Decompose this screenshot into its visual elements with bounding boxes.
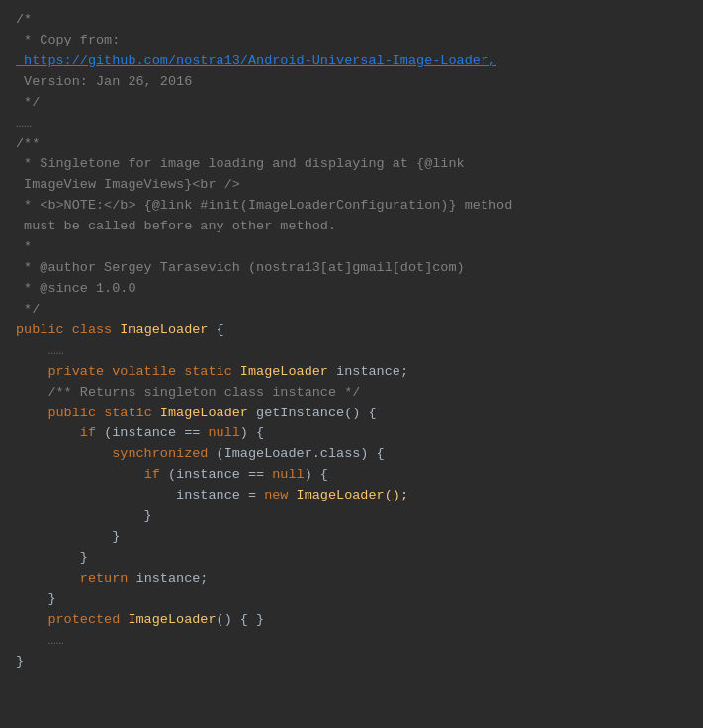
code-line: …… [16,631,687,652]
code-line: return instance; [16,569,687,590]
code-line: https://github.com/nostra13/Android-Univ… [16,51,687,72]
code-token: https://github.com/nostra13/Android-Univ… [16,53,496,68]
code-token: volatile [112,364,184,379]
code-token: ImageView ImageViews}<br /> [16,177,240,192]
code-token: if [80,425,104,440]
code-token: * [16,239,32,254]
code-token: /** [16,136,40,151]
code-token: must be called before any other method. [16,219,336,233]
code-line: Version: Jan 26, 2016 [16,72,687,93]
code-line: * @author Sergey Tarasevich (nostra13[at… [16,258,687,279]
code-token: { [208,322,223,337]
code-token: ImageLoader [240,364,336,379]
code-token [16,467,144,482]
code-line: /** [16,135,687,155]
code-line: * [16,237,687,258]
code-line: ImageView ImageViews}<br /> [16,175,687,196]
code-token: (instance == [104,425,208,440]
code-token: ImageLoader(); [297,488,408,502]
code-line: synchronized (ImageLoader.class) { [16,444,687,465]
code-line: } [16,590,687,610]
code-token [16,571,80,586]
code-token: null [208,425,239,440]
code-line: } [16,548,687,569]
code-token [16,364,47,379]
code-line: */ [16,93,687,114]
code-line: * Copy from: [16,31,687,51]
code-token: Version: Jan 26, 2016 [16,74,192,89]
code-token: ImageLoader [120,322,208,337]
code-token: instance; [336,364,408,379]
code-token: */ [16,302,40,317]
code-token: ) { [305,467,328,482]
code-token: * @author Sergey Tarasevich (nostra13[at… [16,260,465,275]
code-token: } [16,654,24,669]
code-line: /* [16,10,687,31]
code-token [16,385,47,400]
code-line: * Singletone for image loading and displ… [16,154,687,175]
code-token: */ [16,95,40,110]
code-line: } [16,506,687,527]
code-token [16,406,47,420]
code-token: …… [16,116,32,131]
code-token: instance = [176,488,264,502]
code-line: public class ImageLoader { [16,320,687,341]
code-token: public [47,406,104,420]
code-token [16,446,112,461]
code-token: …… [16,343,64,358]
code-line: instance = new ImageLoader(); [16,486,687,506]
code-token: return [80,571,136,586]
code-token: protected [47,612,128,627]
code-token: synchronized [112,446,216,461]
code-token: static [184,364,240,379]
code-line: /** Returns singleton class instance */ [16,383,687,404]
code-line: public static ImageLoader getInstance() … [16,404,687,424]
code-line: …… [16,341,687,362]
code-token: null [272,467,304,482]
code-token: ImageLoader [128,612,216,627]
code-token: () { } [217,612,265,627]
code-token: * <b>NOTE:</b> {@link #init(ImageLoaderC… [16,198,512,213]
code-token: new [264,488,296,502]
code-line: …… [16,114,687,135]
code-token: class [72,322,121,337]
code-line: must be called before any other method. [16,217,687,237]
code-line: if (instance == null) { [16,465,687,486]
code-token: ImageLoader [160,406,256,420]
code-token: static [104,406,160,420]
code-line: if (instance == null) { [16,423,687,444]
code-container: /* * Copy from: https://github.com/nostr… [0,0,703,728]
code-token [16,488,176,502]
code-line: } [16,652,687,673]
code-token: getInstance() { [256,406,377,420]
code-line: } [16,527,687,548]
code-line: private volatile static ImageLoader inst… [16,362,687,383]
code-token: * Singletone for image loading and displ… [16,156,465,171]
code-token: private [47,364,112,379]
code-token: /** Returns singleton class instance */ [47,385,360,400]
code-token: } [16,592,56,606]
code-token: } [16,529,120,544]
code-token: instance; [136,571,209,586]
code-token [16,425,80,440]
code-token: } [16,550,88,565]
code-token: * Copy from: [16,33,120,47]
code-token: …… [16,633,64,648]
code-token: } [16,508,152,523]
code-line: */ [16,300,687,320]
code-token: if [144,467,168,482]
code-token [16,612,47,627]
code-token: ) { [240,425,264,440]
code-line: * @since 1.0.0 [16,279,687,300]
code-token: public [16,322,72,337]
code-token: (ImageLoader.class) { [217,446,385,461]
code-token: /* [16,12,32,27]
code-line: protected ImageLoader() { } [16,610,687,631]
code-token: * @since 1.0.0 [16,281,136,296]
code-token: (instance == [168,467,272,482]
code-line: * <b>NOTE:</b> {@link #init(ImageLoaderC… [16,196,687,217]
